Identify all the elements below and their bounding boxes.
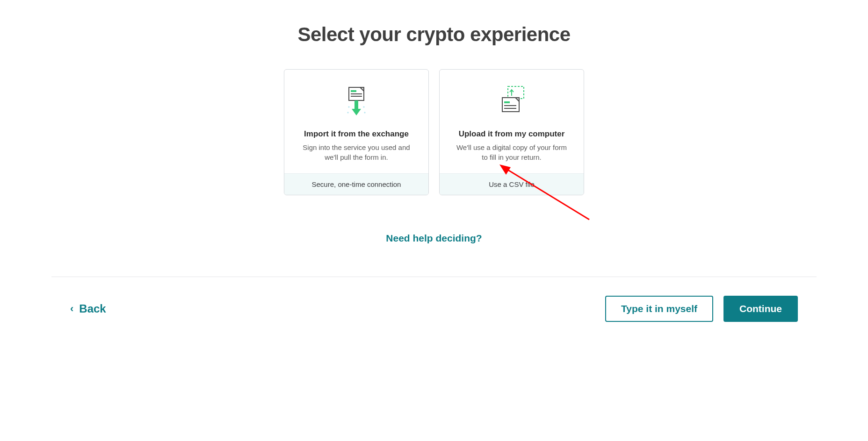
back-button[interactable]: ‹ Back [70, 302, 106, 315]
svg-rect-9 [502, 98, 519, 112]
svg-rect-7 [508, 86, 524, 99]
type-myself-button[interactable]: Type it in myself [605, 296, 713, 322]
import-card-title: Import it from the exchange [294, 129, 419, 139]
svg-rect-5 [354, 100, 358, 110]
svg-marker-6 [352, 109, 361, 115]
option-cards-row: Import it from the exchange Sign into th… [0, 69, 868, 195]
back-button-label: Back [79, 302, 106, 315]
chevron-left-icon: ‹ [70, 303, 73, 315]
upload-card-title: Upload it from my computer [449, 129, 574, 139]
upload-computer-card[interactable]: Upload it from my computer We'll use a d… [439, 69, 584, 195]
upload-card-footer: Use a CSV file [440, 173, 584, 195]
upload-document-icon [449, 84, 574, 121]
svg-rect-11 [504, 101, 510, 103]
svg-rect-2 [351, 90, 356, 92]
upload-card-description: We'll use a digital copy of your form to… [449, 142, 574, 162]
footer-row: ‹ Back Type it in myself Continue [0, 277, 868, 322]
continue-button[interactable]: Continue [723, 296, 798, 322]
import-card-description: Sign into the service you used and we'll… [294, 142, 419, 162]
import-exchange-card[interactable]: Import it from the exchange Sign into th… [284, 69, 429, 195]
import-document-icon [294, 84, 419, 121]
help-deciding-link[interactable]: Need help deciding? [0, 233, 868, 244]
page-title: Select your crypto experience [0, 23, 868, 46]
import-card-footer: Secure, one-time connection [284, 173, 428, 195]
